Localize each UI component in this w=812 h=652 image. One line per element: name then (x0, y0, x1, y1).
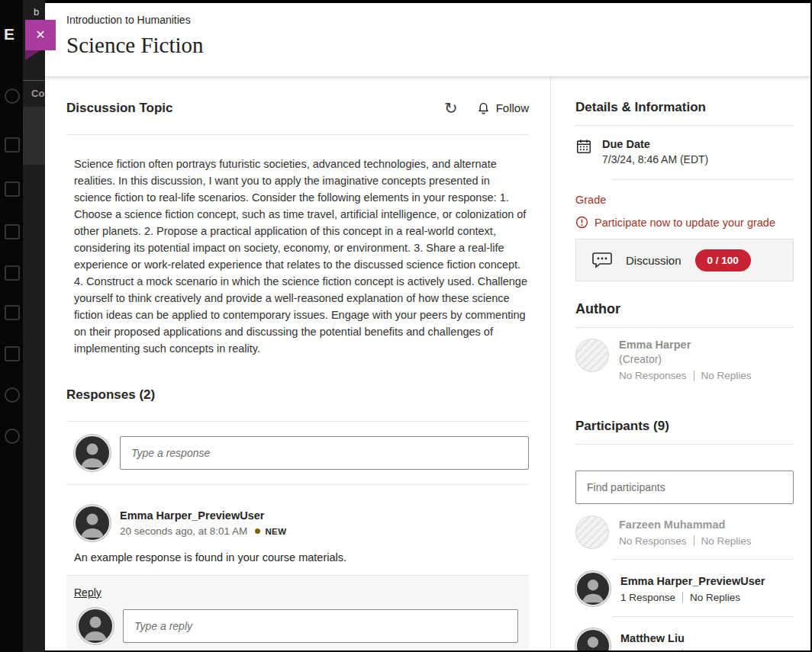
participant-row: Emma Harper_PreviewUser 1 Response No Re… (575, 560, 794, 616)
discussion-icon (588, 246, 616, 274)
response-composer (66, 422, 529, 485)
details-sidebar: Details & Information (550, 77, 810, 650)
avatar (77, 608, 114, 644)
participant-stats: No Responses No Replies (619, 535, 752, 547)
due-date-label: Due Date (602, 138, 708, 150)
page-title: Science Fiction (66, 33, 789, 58)
partial-breadcrumb: b (34, 6, 39, 18)
bell-icon (476, 101, 491, 115)
due-date-value: 7/3/24, 8:46 AM (EDT) (602, 153, 708, 165)
participant-name: Farzeen Muhammad (619, 519, 752, 531)
close-icon: ✕ (35, 28, 45, 41)
discussion-prompt-text: Science fiction often portrays futuristi… (74, 156, 529, 357)
sync-icon (5, 429, 20, 444)
topic-header-row: Discussion Topic ↻ Follow (66, 100, 529, 135)
search-icon (5, 88, 20, 104)
details-heading: Details & Information (575, 100, 794, 126)
participant-stats: 1 Response No Replies (620, 592, 765, 603)
reply-link[interactable]: Reply (74, 586, 102, 599)
response-author: Emma Harper_PreviewUser (120, 509, 286, 522)
author-stats: No Responses No Replies (619, 370, 752, 381)
response-header: Emma Harper_PreviewUser 20 seconds ago, … (66, 505, 529, 541)
discussion-topic-heading: Discussion Topic (66, 101, 444, 116)
warning-icon (575, 216, 588, 229)
panel-body: Discussion Topic ↻ Follow Science fictio… (45, 77, 810, 650)
participant-stats: 1 Response No Replies (620, 649, 740, 651)
grade-score-pill: 0 / 100 (695, 249, 751, 271)
response-item: Emma Harper_PreviewUser 20 seconds ago, … (66, 485, 529, 650)
participants-heading: Participants (9) (575, 419, 794, 445)
new-badge: NEW (265, 527, 286, 536)
divider (682, 592, 683, 602)
participant-row: Matthew Liu 1 Response No Replies (575, 617, 794, 650)
divider (694, 371, 694, 381)
response-input[interactable] (120, 436, 529, 470)
participant-row: Farzeen Muhammad No Responses No Replies (575, 504, 794, 559)
reply-input[interactable] (123, 609, 518, 643)
grade-label: Grade (575, 194, 794, 206)
refresh-icon: ↻ (444, 99, 458, 117)
dimmed-banner (23, 107, 45, 165)
find-participants-input[interactable] (575, 471, 794, 504)
replies-count: No Replies (701, 535, 752, 547)
refresh-button[interactable]: ↻ (444, 100, 458, 116)
response-meta: 20 seconds ago, at 8:01 AM NEW (120, 525, 286, 537)
close-button-fold (25, 50, 40, 60)
discussion-main-column: Discussion Topic ↻ Follow Science fictio… (45, 77, 550, 650)
responses-count: No Responses (619, 535, 687, 547)
tools-icon (5, 346, 20, 361)
author-name: Emma Harper (619, 339, 752, 351)
due-date-row: Due Date 7/3/24, 8:46 AM (EDT) (575, 126, 794, 179)
discussion-panel: Introduction to Humanities Science Ficti… (45, 3, 810, 650)
partial-tab-label: Co (31, 88, 44, 99)
replies-count: No Replies (701, 370, 752, 381)
reply-section: Reply (66, 575, 529, 650)
help-icon (5, 387, 20, 403)
grades-icon (5, 265, 20, 281)
responses-count: 1 Response (620, 592, 675, 603)
responses-heading: Responses (2) (66, 387, 529, 422)
mail-icon (5, 305, 20, 320)
author-role: (Creator) (619, 353, 752, 365)
grid-icon (5, 137, 20, 153)
grade-box: Discussion 0 / 100 (575, 239, 794, 281)
responses-count: No Responses (619, 370, 687, 381)
replies-count: No Replies (690, 592, 740, 603)
author-row: Emma Harper (Creator) No Responses No Re… (575, 328, 794, 393)
reply-composer (74, 608, 518, 644)
background-nav-rail: E (0, 0, 23, 652)
avatar (575, 339, 609, 372)
avatar (575, 628, 611, 650)
calendar-icon (575, 138, 592, 155)
avatar (575, 515, 609, 549)
response-text: An example response is found in your cou… (74, 551, 529, 564)
participant-name: Matthew Liu (620, 632, 740, 644)
divider (682, 649, 683, 650)
dimmed-page-edge: b Co (23, 0, 45, 652)
grade-alert-text: Participate now to update your grade (594, 217, 775, 229)
screen: E b Co ✕ Introduction to Humanities Scie… (0, 0, 812, 652)
course-breadcrumb: Introduction to Humanities (66, 14, 789, 26)
messages-icon (5, 224, 20, 239)
avatar (74, 435, 111, 471)
divider (612, 179, 794, 180)
divider (23, 80, 45, 81)
grade-alert: Participate now to update your grade (575, 216, 794, 229)
follow-button[interactable]: Follow (476, 101, 529, 115)
new-indicator-dot (255, 528, 260, 534)
replies-count: No Replies (690, 649, 740, 651)
close-panel-button[interactable]: ✕ (25, 20, 56, 50)
avatar (575, 571, 611, 606)
avatar (74, 505, 111, 541)
panel-header: Introduction to Humanities Science Ficti… (45, 3, 810, 77)
divider (694, 535, 694, 546)
follow-label: Follow (496, 101, 529, 114)
author-heading: Author (575, 301, 794, 328)
responses-count: 1 Response (620, 649, 675, 651)
participant-name: Emma Harper_PreviewUser (620, 575, 765, 587)
course-initial: E (4, 25, 14, 43)
calendar-nav-icon (5, 181, 20, 197)
response-timestamp: 20 seconds ago, at 8:01 AM (120, 525, 247, 537)
grade-item-label: Discussion (626, 254, 682, 267)
